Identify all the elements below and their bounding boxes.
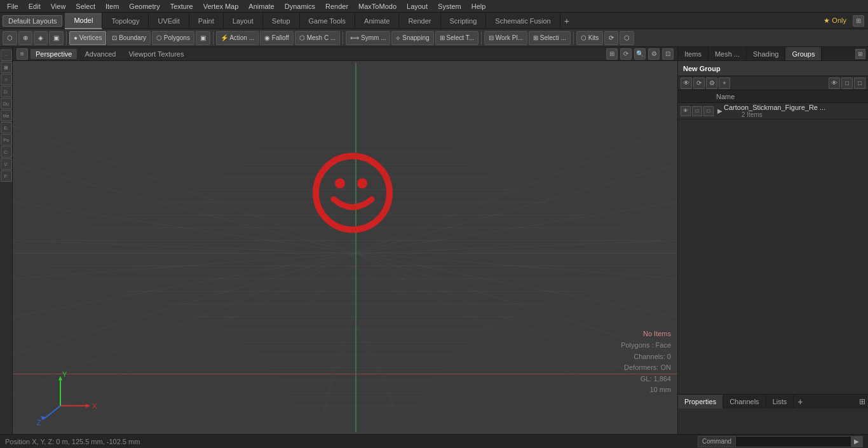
groups-box2-icon[interactable]: □ [854, 78, 865, 89]
layout-tab-uvedit[interactable]: UVEdit [149, 13, 189, 29]
left-tool-dot[interactable]: · [1, 50, 12, 61]
menu-system[interactable]: System [433, 1, 466, 11]
menu-view[interactable]: View [46, 1, 71, 11]
left-tool-circle[interactable]: ○ [1, 74, 12, 85]
menu-dynamics[interactable]: Dynamics [280, 1, 320, 11]
separator-3 [342, 32, 343, 44]
viewport[interactable]: ≡ Perspective Advanced Viewport Textures… [13, 47, 677, 434]
left-tool-dup[interactable]: Du [1, 98, 12, 109]
viewport-search-icon[interactable]: 🔍 [634, 48, 646, 60]
layout-tab-paint[interactable]: Paint [189, 13, 224, 29]
rb-tab-lists[interactable]: Lists [766, 395, 794, 409]
rb-tab-properties[interactable]: Properties [678, 395, 723, 409]
rb-expand-icon[interactable]: ⊞ [857, 395, 868, 409]
polygons-btn[interactable]: ⬡ Polygons [152, 31, 194, 45]
rp-expand-icon[interactable]: ⊞ [855, 49, 865, 59]
rp-tab-shading[interactable]: Shading [747, 47, 785, 60]
layout-tab-layout[interactable]: Layout [224, 13, 263, 29]
kits-btn[interactable]: ⬡ Kits [576, 31, 603, 45]
mesh-c-btn[interactable]: ⬡ Mesh C ... [295, 31, 340, 45]
layout-add-button[interactable]: + [560, 16, 573, 26]
layout-tab-schematic-fusion[interactable]: Schematic Fusion [486, 13, 560, 29]
groups-eye2-icon[interactable]: 👁 [829, 78, 840, 89]
select-t-btn[interactable]: ⊞ Select T... [435, 31, 479, 45]
group-box1-icon[interactable]: □ [692, 106, 702, 116]
selecti-btn[interactable]: ⊞ Selecti ... [529, 31, 571, 45]
left-tool-mesh[interactable]: Me [1, 110, 12, 121]
left-tool-v[interactable]: V: [1, 158, 12, 170]
layout-tab-game-tools[interactable]: Game Tools [300, 13, 356, 29]
svg-text:Y: Y [62, 370, 67, 378]
viewport-tab-advanced[interactable]: Advanced [79, 49, 121, 59]
layout-tab-setup[interactable]: Setup [263, 13, 300, 29]
layout-tab-animate[interactable]: Animate [355, 13, 399, 29]
tool-snap-btn[interactable]: ◈ [34, 31, 48, 45]
menu-render[interactable]: Render [321, 1, 353, 11]
layout-tab-topology[interactable]: Topology [102, 13, 149, 29]
menu-animate[interactable]: Animate [244, 1, 278, 11]
menu-item[interactable]: Item [101, 1, 123, 11]
viewport-refresh-icon[interactable]: ⟳ [620, 48, 632, 60]
snapping-btn[interactable]: ⟡ Snapping [391, 31, 433, 45]
action-btn[interactable]: ⚡ Action ... [216, 31, 259, 45]
rotate-btn[interactable]: ⟳ [604, 31, 618, 45]
vertices-btn[interactable]: ● Vertices [69, 31, 106, 45]
group-row-0[interactable]: 👁 □ □ ▶ Cartoon_Stickman_Figure_Re ... 2… [678, 103, 868, 119]
star-only-label[interactable]: ★ Only [820, 15, 850, 26]
menu-layout[interactable]: Layout [402, 1, 432, 11]
menu-texture[interactable]: Texture [166, 1, 198, 11]
default-layouts-dropdown[interactable]: Default Layouts [3, 15, 62, 27]
tool-hexagon-btn[interactable]: ⬡ [3, 31, 17, 45]
rp-tab-groups[interactable]: Groups [785, 47, 822, 60]
groups-refresh-icon[interactable]: ⟳ [693, 78, 705, 89]
rp-tab-items[interactable]: Items [678, 47, 709, 60]
left-tool-e[interactable]: E: [1, 122, 12, 133]
groups-box1-icon[interactable]: □ [841, 78, 853, 89]
left-tool-f[interactable]: F: [1, 170, 12, 182]
menu-file[interactable]: File [3, 1, 23, 11]
groups-title: New Group [683, 65, 721, 72]
tool-add-btn[interactable]: ⊕ [18, 31, 32, 45]
group-expand-icon[interactable]: ▶ [716, 107, 724, 115]
viewport-expand-icon[interactable]: ⊡ [662, 48, 674, 60]
groups-add-icon[interactable]: + [719, 78, 730, 89]
rb-tab-add-button[interactable]: + [794, 395, 806, 409]
viewport-maximize-icon[interactable]: ⊞ [606, 48, 618, 60]
menu-select[interactable]: Select [71, 1, 100, 11]
viewport-menu-icon[interactable]: ≡ [17, 48, 28, 60]
menu-geometry[interactable]: Geometry [125, 1, 164, 11]
rp-tab-mesh[interactable]: Mesh ... [709, 47, 747, 60]
symm-btn[interactable]: ⟺ Symm ... [346, 31, 390, 45]
left-tool-c[interactable]: C: [1, 146, 12, 158]
boundary-btn[interactable]: ⊡ Boundary [107, 31, 151, 45]
menu-help[interactable]: Help [467, 1, 491, 11]
command-input-area[interactable]: Command ▶ [698, 436, 863, 447]
command-go-button[interactable]: ▶ [851, 436, 862, 447]
rb-tab-channels[interactable]: Channels [723, 395, 766, 409]
left-tool-pol[interactable]: Po [1, 134, 12, 146]
command-input[interactable] [736, 438, 851, 445]
layout-tab-scripting[interactable]: Scripting [441, 13, 487, 29]
menu-vertex-map[interactable]: Vertex Map [199, 1, 243, 11]
falloff-btn[interactable]: ◉ Falloff [260, 31, 294, 45]
layout-tab-render[interactable]: Render [399, 13, 440, 29]
menu-edit[interactable]: Edit [24, 1, 45, 11]
groups-eye-icon[interactable]: 👁 [681, 78, 692, 89]
left-tool-grid[interactable]: ⊞ [1, 62, 12, 73]
group-box2-icon[interactable]: □ [703, 106, 714, 116]
left-tool-d[interactable]: D: [1, 86, 12, 97]
mesh-btn[interactable]: ▣ [196, 31, 210, 45]
groups-settings-icon[interactable]: ⚙ [706, 78, 717, 89]
layout-tab-model[interactable]: Model [65, 13, 102, 29]
work-pl-btn[interactable]: ⊟ Work Pl... [484, 31, 527, 45]
viewport-tab-textures[interactable]: Viewport Textures [123, 49, 189, 59]
menu-max-to-modo[interactable]: MaxToModo [354, 1, 401, 11]
viewport-canvas[interactable]: X Y Z [13, 61, 677, 434]
viewport-tab-perspective[interactable]: Perspective [31, 49, 77, 59]
viewport-settings-icon[interactable]: ⚙ [648, 48, 660, 60]
layout-maximize-icon[interactable]: ⊞ [853, 15, 864, 27]
group-eye-icon[interactable]: 👁 [681, 106, 691, 116]
separator-1 [66, 32, 67, 44]
hex2-btn[interactable]: ⬡ [620, 31, 634, 45]
tool-select-mode-btn[interactable]: ▣ [49, 31, 64, 45]
